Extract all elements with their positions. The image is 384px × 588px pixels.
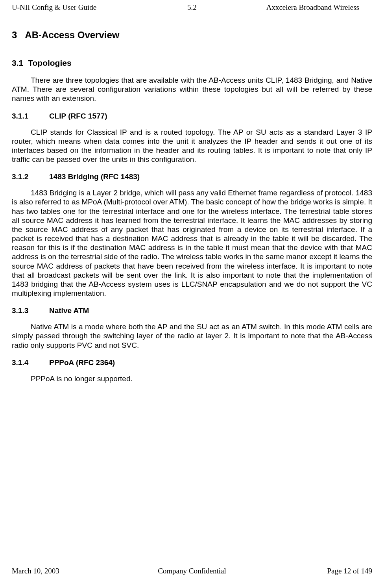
- footer-date: March 10, 2003: [12, 567, 131, 575]
- paragraph-native-atm: Native ATM is a mode where both the AP a…: [12, 322, 372, 350]
- heading-number: 3.1.4: [12, 358, 49, 367]
- heading-section-3-1-1: 3.1.1CLIP (RFC 1577): [12, 112, 372, 121]
- paragraph-1483-bridging: 1483 Bridging is a Layer 2 bridge, which…: [12, 188, 372, 298]
- heading-section-3: 3AB-Access Overview: [12, 30, 372, 41]
- heading-number: 3.1: [12, 58, 23, 68]
- header-doc-title: U-NII Config & User Guide: [12, 3, 131, 12]
- paragraph-clip: CLIP stands for Classical IP and is a ro…: [12, 128, 372, 164]
- footer-confidential: Company Confidential: [133, 567, 251, 575]
- heading-text: AB-Access Overview: [25, 30, 119, 40]
- paragraph-pppoa: PPPoA is no longer supported.: [12, 374, 372, 383]
- heading-section-3-1: 3.1Topologies: [12, 58, 372, 68]
- heading-text: 1483 Bridging (RFC 1483): [49, 173, 140, 181]
- footer-page-number: Page 12 of 149: [253, 567, 372, 575]
- heading-text: Native ATM: [49, 306, 89, 315]
- heading-number: 3.1.3: [12, 306, 49, 315]
- page-footer: March 10, 2003 Company Confidential Page…: [12, 567, 372, 575]
- page-header: U-NII Config & User Guide 5.2 Axxcelera …: [0, 0, 384, 12]
- heading-text: Topologies: [28, 58, 71, 67]
- heading-text: PPPoA (RFC 2364): [49, 358, 115, 367]
- heading-text: CLIP (RFC 1577): [49, 112, 107, 120]
- header-version: 5.2: [133, 3, 251, 12]
- heading-section-3-1-4: 3.1.4PPPoA (RFC 2364): [12, 358, 372, 367]
- heading-number: 3: [12, 30, 17, 41]
- heading-number: 3.1.2: [12, 173, 49, 181]
- heading-section-3-1-2: 3.1.21483 Bridging (RFC 1483): [12, 173, 372, 181]
- heading-number: 3.1.1: [12, 112, 49, 121]
- page-content: 3AB-Access Overview 3.1Topologies There …: [0, 12, 384, 383]
- header-company: Axxcelera Broadband Wireless: [253, 3, 372, 12]
- heading-section-3-1-3: 3.1.3Native ATM: [12, 306, 372, 315]
- paragraph-topologies: There are three topologies that are avai…: [12, 76, 372, 103]
